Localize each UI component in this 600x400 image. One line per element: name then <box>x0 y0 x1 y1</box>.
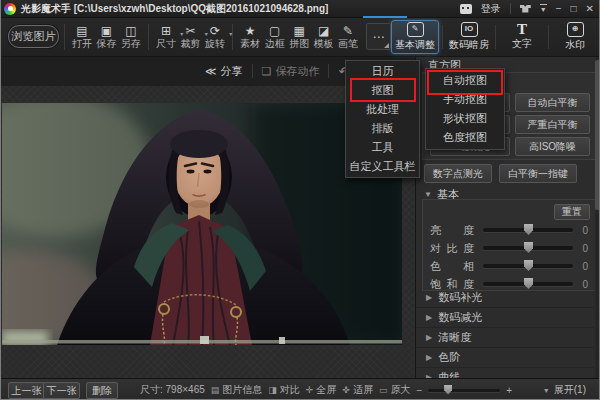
slider-thumb[interactable] <box>524 260 533 271</box>
close-button[interactable]: ✕ <box>586 3 594 15</box>
image-info-icon: ▤ <box>211 385 220 395</box>
submenu-item-chroma-cutout[interactable]: 色度抠图 <box>426 128 504 147</box>
divider <box>495 25 496 49</box>
digital-spot-metering-button[interactable]: 数字点测光 <box>424 164 492 183</box>
brush-icon: ✎ <box>343 24 353 38</box>
save-action-button[interactable]: ❏ 保存动作 <box>262 64 320 79</box>
divider <box>232 24 233 50</box>
tab-digital-darkroom[interactable]: IO 数码暗房 <box>446 21 492 53</box>
delete-image-button[interactable]: 删除 <box>86 382 118 399</box>
menu-item-tools[interactable]: 工具 <box>346 138 419 157</box>
resize-button[interactable]: ⊞ 尺寸 ▾ <box>154 24 178 49</box>
skin-icon[interactable] <box>520 5 531 13</box>
menu-item-calendar[interactable]: 日历 <box>346 62 419 81</box>
fullscreen-icon: ✛ <box>306 385 314 395</box>
original-size-icon: ▭ <box>379 385 388 395</box>
original-size-button[interactable]: ▭ 原大 <box>379 383 411 397</box>
menu-item-batch[interactable]: 批处理 <box>346 100 419 119</box>
collage-icon: ▦ <box>293 24 304 38</box>
fit-screen-button[interactable]: ✜ 适屏 <box>342 383 373 397</box>
maximize-button[interactable]: □ <box>571 3 577 15</box>
slider-thumb[interactable] <box>524 224 533 235</box>
edited-photo <box>2 103 402 345</box>
section-dim-light[interactable]: ▶ 数码减光 <box>416 308 594 328</box>
section-levels[interactable]: ▶ 色阶 <box>416 348 594 368</box>
submenu-item-manual-cutout[interactable]: 手动抠图 <box>426 90 504 109</box>
menu-item-custom-toolbar[interactable]: 自定义工具栏 <box>346 157 419 176</box>
previous-image-button[interactable]: 上一张 <box>8 382 45 399</box>
corner-arrow-icon <box>384 43 389 48</box>
fullscreen-button[interactable]: ✛ 全屏 <box>306 383 337 397</box>
cutout-submenu: 自动抠图 手动抠图 形状抠图 色度抠图 <box>425 68 505 150</box>
collage-button[interactable]: ▦ 拼图 <box>287 24 311 49</box>
crop-button[interactable]: ✂ 裁剪 ▾ <box>178 24 202 49</box>
zoom-in-button[interactable]: + <box>506 385 512 396</box>
zoom-slider-thumb[interactable] <box>444 385 452 395</box>
tab-text[interactable]: T 文字 <box>499 21 545 53</box>
share-button[interactable]: ≪ 分享 <box>205 64 243 79</box>
chevron-down-icon: ▼ <box>543 387 550 394</box>
compare-button[interactable]: ◨ 对比 <box>268 383 300 397</box>
rotate-icon: ⟳ <box>210 24 220 38</box>
material-button[interactable]: ★ 素材 <box>238 24 262 49</box>
chevron-down-icon[interactable]: ▾ <box>229 30 232 37</box>
image-size-label: 尺寸: 798×465 <box>140 383 205 397</box>
template-button[interactable]: ◪ 模板 <box>311 24 335 49</box>
open-button[interactable]: ▤ 打开 <box>70 24 94 49</box>
image-info-button[interactable]: ▤ 图片信息 <box>211 383 263 397</box>
brightness-slider-row: 亮 度 0 <box>430 224 588 236</box>
section-fill-light[interactable]: ▶ 数码补光 <box>416 288 594 308</box>
contrast-slider-row: 对 比 度 0 <box>430 242 588 254</box>
open-icon: ▤ <box>76 24 87 38</box>
save-as-button[interactable]: ◫ 另存 <box>119 24 143 49</box>
save-icon: ▣ <box>101 24 112 38</box>
slider-thumb[interactable] <box>524 242 533 253</box>
more-tools-menu: 日历 抠图 批处理 排版 工具 自定义工具栏 <box>345 60 420 178</box>
hue-slider[interactable] <box>483 264 573 268</box>
divider <box>548 25 549 49</box>
brightness-slider[interactable] <box>483 228 573 232</box>
chevron-right-icon: ▶ <box>426 293 432 302</box>
browse-images-button[interactable]: 浏览图片 <box>8 25 59 48</box>
tab-watermark[interactable]: ⊕ 水印 <box>552 21 598 53</box>
template-icon: ◪ <box>318 24 329 38</box>
divider <box>510 3 511 14</box>
saturation-slider[interactable] <box>483 282 573 286</box>
more-tools-button[interactable]: ⋯ <box>366 23 391 50</box>
resize-icon: ⊞ <box>161 24 171 38</box>
share-icon: ≪ <box>205 65 217 78</box>
expand-filmstrip-button[interactable]: ▼ 展开(1) <box>543 379 586 400</box>
minimize-button[interactable]: − <box>556 3 562 15</box>
contrast-slider[interactable] <box>483 246 573 250</box>
save-button[interactable]: ▣ 保存 <box>94 24 118 49</box>
menu-item-layout[interactable]: 排版 <box>346 119 419 138</box>
section-clarity[interactable]: ▶ 清晰度 <box>416 328 594 348</box>
tab-basic-adjust[interactable]: ✎ 基本调整 <box>391 20 439 54</box>
photo-canvas[interactable] <box>2 103 402 345</box>
login-avatar-icon[interactable] <box>460 4 472 14</box>
camera-icon: IO <box>461 22 478 37</box>
app-logo-icon <box>4 3 16 15</box>
high-iso-denoise-button[interactable]: 高ISO降噪 <box>515 137 590 156</box>
zoom-out-button[interactable]: − <box>416 385 422 396</box>
border-button[interactable]: ▢ 边框 <box>262 24 286 49</box>
brush-button[interactable]: ✎ 画笔 <box>336 24 360 49</box>
title-bar: 光影魔术手 [C:\Users\xzwh\Desktop\QQ截图2016102… <box>0 0 600 18</box>
scrollbar-thumb[interactable] <box>595 60 600 210</box>
submenu-item-shape-cutout[interactable]: 形状抠图 <box>426 109 504 128</box>
login-button[interactable]: 登录 <box>481 2 501 16</box>
collapse-toolbar-icon[interactable]: ▼ <box>540 4 547 14</box>
next-image-button[interactable]: 下一张 <box>43 382 80 399</box>
submenu-item-auto-cutout[interactable]: 自动抠图 <box>426 71 504 90</box>
main-toolbar: 浏览图片 ▤ 打开 ▣ 保存 ◫ 另存 ⊞ 尺寸 ▾ ✂ 裁剪 ▾ ⟳ 旋转 ▾… <box>0 17 600 57</box>
watermark-icon: ⊕ <box>567 22 584 37</box>
rotate-button[interactable]: ⟳ 旋转 ▾ <box>203 24 227 49</box>
menu-item-cutout[interactable]: 抠图 <box>346 81 419 100</box>
white-balance-one-key-button[interactable]: 白平衡一指键 <box>499 164 577 183</box>
save-action-icon: ❏ <box>262 65 272 78</box>
panel-scrollbar[interactable] <box>595 56 600 378</box>
auto-white-balance-button[interactable]: 自动白平衡 <box>515 93 590 112</box>
zoom-slider[interactable] <box>428 389 500 392</box>
reset-button[interactable]: 重置 <box>554 204 590 220</box>
severe-white-balance-button[interactable]: 严重白平衡 <box>515 115 590 134</box>
